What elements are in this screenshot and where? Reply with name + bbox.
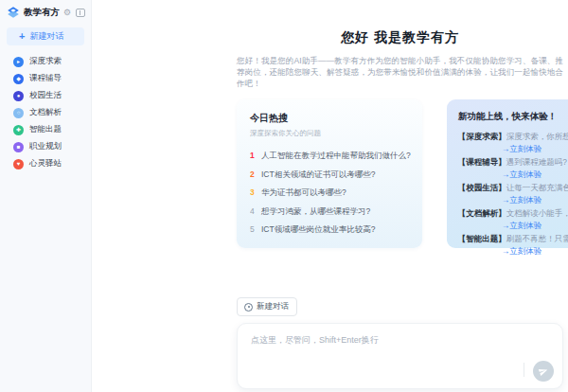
- rank-number: 3: [250, 184, 256, 203]
- hot-search-item[interactable]: 1 人工智能在教学过程中能帮助我们做什么?: [250, 147, 411, 166]
- sidebar-item-label: 校园生活: [29, 90, 62, 101]
- new-chat-button[interactable]: + 新建对话: [7, 27, 84, 45]
- hot-search-item[interactable]: 3 华为证书都可以考哪些?: [250, 184, 411, 203]
- try-now-link[interactable]: →立刻体验: [502, 245, 568, 258]
- sidebar-menu: ▸ 深度求索 ◆ 课程辅导 ● 校园生活 ○ 文档解析 ✚ 智能出题 ■ 职业规…: [0, 51, 91, 172]
- mind-station-icon: ♥: [13, 159, 24, 169]
- hot-search-title: 今日热搜: [250, 112, 411, 125]
- sidebar-item-career-planning[interactable]: ■ 职业规划: [0, 138, 91, 155]
- greeting-description: 您好！我是您的AI助手——教学有方作为您的智能小助手，我不仅能协助您学习、备课、…: [237, 55, 563, 89]
- try-now-link[interactable]: →立刻体验: [502, 169, 568, 181]
- paper-plane-icon: [538, 365, 550, 378]
- rank-number: 1: [250, 147, 256, 166]
- sidebar-item-label: 文档解析: [29, 107, 62, 118]
- feature-desc: 让每一天都充满色彩，让每一...: [506, 183, 568, 192]
- new-features-card: 新功能上线，快来体验！ 【深度求索】深度求索，你所想要 →立刻体验 【课程辅导】…: [447, 99, 568, 248]
- hot-search-text: 想学习鸿蒙，从哪些课程学习?: [261, 203, 370, 222]
- rank-number: 4: [250, 203, 256, 222]
- feature-tag: 【深度求索】: [458, 132, 506, 141]
- deep-explore-icon: ▸: [13, 57, 24, 67]
- sidebar-item-campus-life[interactable]: ● 校园生活: [0, 87, 91, 104]
- sidebar-item-deep-explore[interactable]: ▸ 深度求索: [0, 53, 91, 70]
- rank-number: 5: [250, 221, 256, 240]
- hot-search-item[interactable]: 2 ICT相关领域的证书可以考哪些?: [250, 166, 411, 185]
- new-chat-circle-icon: [244, 303, 253, 312]
- composer: 新建对话: [237, 297, 563, 389]
- feature-item: 【文档解析】文档解读小能手，每一页都轻... →立刻体验: [458, 207, 568, 232]
- new-chat-chip-button[interactable]: 新建对话: [237, 297, 297, 316]
- message-input[interactable]: [238, 324, 562, 367]
- feature-desc: 文档解读小能手，每一页都轻...: [506, 208, 568, 218]
- app-logo-icon: [7, 6, 20, 19]
- hot-search-subtitle: 深度探索你关心的问题: [250, 129, 411, 138]
- sidebar-item-label: 心灵驿站: [29, 158, 62, 169]
- sidebar-item-quiz-generator[interactable]: ✚ 智能出题: [0, 121, 91, 138]
- sidebar-item-mind-station[interactable]: ♥ 心灵驿站: [0, 155, 91, 172]
- main-area: 您好 我是教学有方 您好！我是您的AI助手——教学有方作为您的智能小助手，我不仅…: [92, 0, 568, 392]
- message-input-box: [237, 323, 563, 389]
- app-title: 教学有方: [24, 7, 60, 19]
- hot-search-card: 今日热搜 深度探索你关心的问题 1 人工智能在教学过程中能帮助我们做什么? 2 …: [237, 99, 422, 248]
- quiz-generator-icon: ✚: [13, 125, 24, 135]
- hot-search-text: 人工智能在教学过程中能帮助我们做什么?: [261, 147, 411, 166]
- feature-item: 【深度求索】深度求索，你所想要 →立刻体验: [458, 131, 568, 155]
- sidebar-item-label: 深度求索: [29, 56, 62, 67]
- hot-search-item[interactable]: 4 想学习鸿蒙，从哪些课程学习?: [250, 203, 411, 222]
- sidebar-item-doc-analysis[interactable]: ○ 文档解析: [0, 104, 91, 121]
- divider: [524, 363, 524, 377]
- send-button[interactable]: [533, 361, 554, 382]
- collapse-sidebar-icon[interactable]: [76, 9, 85, 17]
- sidebar-item-label: 课程辅导: [29, 73, 62, 84]
- feature-tag: 【校园生活】: [458, 183, 506, 192]
- feature-tag: 【课程辅导】: [458, 157, 506, 167]
- new-chat-label: 新建对话: [29, 30, 63, 43]
- sidebar-item-label: 职业规划: [29, 141, 62, 152]
- hot-search-list: 1 人工智能在教学过程中能帮助我们做什么? 2 ICT相关领域的证书可以考哪些?…: [250, 147, 411, 240]
- course-tutoring-icon: ◆: [13, 74, 24, 84]
- doc-analysis-icon: ○: [13, 108, 24, 118]
- career-planning-icon: ■: [13, 142, 24, 152]
- feature-desc: 刷题不再愁！只需告诉我您的...: [506, 234, 568, 243]
- hot-search-text: 华为证书都可以考哪些?: [261, 184, 346, 203]
- hot-search-text: ICT相关领域的证书可以考哪些?: [261, 166, 375, 185]
- feature-desc: 遇到课程难题吗? 别急，我在...: [506, 157, 568, 167]
- feature-item: 【课程辅导】遇到课程难题吗? 别急，我在... →立刻体验: [458, 156, 568, 181]
- sidebar-item-label: 智能出题: [29, 124, 62, 135]
- plus-icon: +: [19, 31, 25, 42]
- app-window: 教学有方 ⚙ + 新建对话 ▸ 深度求索 ◆ 课程辅导 ● 校园生活: [0, 0, 568, 392]
- hot-search-text: ICT领域哪些岗位就业率比较高?: [261, 221, 375, 240]
- gear-icon[interactable]: ⚙: [63, 9, 71, 17]
- feature-tag: 【智能出题】: [458, 234, 506, 243]
- feature-tag: 【文档解析】: [458, 208, 506, 218]
- hot-search-item[interactable]: 5 ICT领域哪些岗位就业率比较高?: [250, 221, 411, 240]
- welcome-content: 您好 我是教学有方 您好！我是您的AI助手——教学有方作为您的智能小助手，我不仅…: [237, 0, 563, 248]
- try-now-link[interactable]: →立刻体验: [502, 143, 568, 155]
- info-cards: 今日热搜 深度探索你关心的问题 1 人工智能在教学过程中能帮助我们做什么? 2 …: [237, 99, 563, 248]
- feature-item: 【智能出题】刷题不再愁！只需告诉我您的... →立刻体验: [458, 233, 568, 258]
- campus-life-icon: ●: [13, 91, 24, 101]
- new-features-title: 新功能上线，快来体验！: [458, 111, 568, 123]
- sidebar: 教学有方 ⚙ + 新建对话 ▸ 深度求索 ◆ 课程辅导 ● 校园生活: [0, 0, 92, 392]
- feature-desc: 深度求索，你所想要: [506, 132, 568, 141]
- feature-item: 【校园生活】让每一天都充满色彩，让每一... →立刻体验: [458, 182, 568, 206]
- sidebar-header: 教学有方 ⚙: [0, 0, 91, 23]
- sidebar-item-course-tutoring[interactable]: ◆ 课程辅导: [0, 70, 91, 87]
- rank-number: 2: [250, 166, 256, 185]
- page-title: 您好 我是教学有方: [237, 29, 563, 46]
- new-chat-chip-label: 新建对话: [257, 301, 289, 312]
- try-now-link[interactable]: →立刻体验: [502, 194, 568, 206]
- sidebar-actions: ⚙: [63, 9, 85, 17]
- try-now-link[interactable]: →立刻体验: [502, 220, 568, 232]
